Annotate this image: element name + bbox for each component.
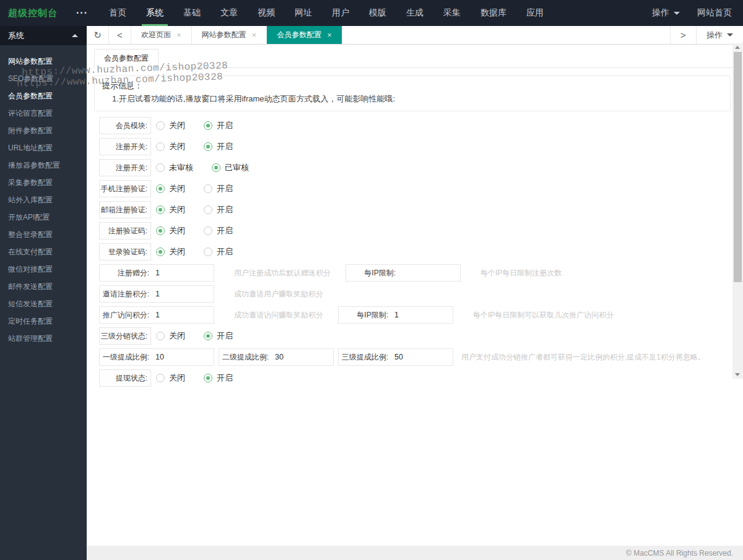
radio-unchecked-icon[interactable] xyxy=(156,163,165,172)
radio-unchecked-icon[interactable] xyxy=(156,142,165,151)
sidebar-item-会员参数配置[interactable]: 会员参数配置 xyxy=(0,87,87,105)
radio-checked-icon[interactable] xyxy=(156,205,165,214)
caret-down-icon xyxy=(674,12,680,15)
tab-会员参数配置[interactable]: 会员参数配置× xyxy=(267,26,342,44)
topnav-item-系统[interactable]: 系统 xyxy=(142,0,168,26)
topbar-action-dropdown[interactable]: 操作 xyxy=(652,7,680,19)
radio-unchecked-icon[interactable] xyxy=(156,332,165,340)
inner-tab-member-config[interactable]: 会员参数配置 xyxy=(94,49,159,68)
sidebar-item-站群管理配置[interactable]: 站群管理配置 xyxy=(0,330,87,347)
topnav-item-采集[interactable]: 采集 xyxy=(439,0,465,26)
radio-option-开启[interactable]: 开启 xyxy=(204,204,233,215)
radio-unchecked-icon[interactable] xyxy=(156,121,165,130)
sidebar-item-邮件发送配置[interactable]: 邮件发送配置 xyxy=(0,278,87,295)
topnav-item-生成[interactable]: 生成 xyxy=(402,0,428,26)
radio-option-未审核[interactable]: 未审核 xyxy=(156,162,193,173)
radio-option-关闭[interactable]: 关闭 xyxy=(156,183,185,194)
radio-checked-icon[interactable] xyxy=(212,163,220,172)
sidebar-item-微信对接配置[interactable]: 微信对接配置 xyxy=(0,261,87,278)
text-input[interactable] xyxy=(149,307,214,323)
text-input[interactable] xyxy=(149,286,214,302)
topnav-item-文章[interactable]: 文章 xyxy=(216,0,242,26)
radio-checked-icon[interactable] xyxy=(204,374,212,382)
radio-checked-icon[interactable] xyxy=(156,184,165,193)
topnav-item-网址[interactable]: 网址 xyxy=(290,0,316,26)
topnav-item-数据库[interactable]: 数据库 xyxy=(476,0,511,26)
content-scrollbar[interactable] xyxy=(732,43,743,379)
close-tab-icon[interactable]: × xyxy=(327,30,332,40)
more-icon[interactable]: ··· xyxy=(76,10,88,16)
radio-unchecked-icon[interactable] xyxy=(204,205,212,214)
radio-checked-icon[interactable] xyxy=(156,248,165,256)
chevron-left-icon: < xyxy=(117,30,123,40)
tab-网站参数配置[interactable]: 网站参数配置× xyxy=(192,26,267,44)
sidebar-group-system[interactable]: 系统 xyxy=(0,26,87,45)
radio-option-关闭[interactable]: 关闭 xyxy=(156,330,185,342)
radio-option-开启[interactable]: 开启 xyxy=(204,141,233,152)
radio-option-已审核[interactable]: 已审核 xyxy=(212,162,249,173)
sidebar-item-定时任务配置[interactable]: 定时任务配置 xyxy=(0,312,87,330)
app-logo[interactable]: 超级控制台 xyxy=(8,7,58,19)
form-row: 邮箱注册验证:关闭开启 xyxy=(99,201,734,218)
field-label: 手机注册验证: xyxy=(99,180,151,197)
sidebar-item-SEO参数配置[interactable]: SEO参数配置 xyxy=(0,70,87,87)
scroll-tabs-left-button[interactable]: < xyxy=(109,26,131,44)
sidebar-item-开放API配置[interactable]: 开放API配置 xyxy=(0,209,87,226)
sidebar-item-短信发送配置[interactable]: 短信发送配置 xyxy=(0,295,87,312)
topnav-item-基础[interactable]: 基础 xyxy=(179,0,205,26)
radio-unchecked-icon[interactable] xyxy=(156,374,165,382)
radio-checked-icon[interactable] xyxy=(204,142,212,151)
radio-option-开启[interactable]: 开启 xyxy=(204,225,233,236)
text-input[interactable] xyxy=(388,349,453,365)
text-input[interactable] xyxy=(149,349,214,365)
radio-unchecked-icon[interactable] xyxy=(204,184,212,193)
radio-option-开启[interactable]: 开启 xyxy=(204,373,233,384)
tab-actions-dropdown[interactable]: 操作 xyxy=(696,26,743,44)
site-home-link[interactable]: 网站首页 xyxy=(697,7,732,19)
radio-checked-icon[interactable] xyxy=(156,226,165,235)
radio-option-关闭[interactable]: 关闭 xyxy=(156,141,185,152)
sidebar-item-播放器参数配置[interactable]: 播放器参数配置 xyxy=(0,157,87,174)
scrollbar-thumb[interactable] xyxy=(734,52,742,282)
radio-option-开启[interactable]: 开启 xyxy=(204,183,233,194)
sidebar-item-网站参数配置[interactable]: 网站参数配置 xyxy=(0,53,87,70)
sidebar-item-在线支付配置[interactable]: 在线支付配置 xyxy=(0,243,87,261)
sidebar-item-附件参数配置[interactable]: 附件参数配置 xyxy=(0,122,87,139)
text-input[interactable] xyxy=(269,349,333,365)
radio-unchecked-icon[interactable] xyxy=(204,226,212,235)
scroll-up-arrow-icon[interactable] xyxy=(735,46,740,49)
radio-option-开启[interactable]: 开启 xyxy=(204,330,233,342)
radio-checked-icon[interactable] xyxy=(204,121,212,130)
radio-option-开启[interactable]: 开启 xyxy=(204,246,233,257)
radio-option-关闭[interactable]: 关闭 xyxy=(156,225,185,236)
scroll-down-arrow-icon[interactable] xyxy=(735,373,740,376)
close-tab-icon[interactable]: × xyxy=(176,30,181,40)
sidebar-item-URL地址配置[interactable]: URL地址配置 xyxy=(0,139,87,157)
text-input[interactable] xyxy=(149,265,214,281)
tab-欢迎页面[interactable]: 欢迎页面× xyxy=(131,26,192,44)
scroll-tabs-right-button[interactable]: > xyxy=(670,26,696,44)
topnav-item-模版[interactable]: 模版 xyxy=(365,0,391,26)
radio-option-关闭[interactable]: 关闭 xyxy=(156,246,185,257)
topnav-item-首页[interactable]: 首页 xyxy=(105,0,131,26)
radio-checked-icon[interactable] xyxy=(204,332,212,340)
topnav-item-视频[interactable]: 视频 xyxy=(253,0,279,26)
topnav-item-应用[interactable]: 应用 xyxy=(522,0,548,26)
sidebar-item-评论留言配置[interactable]: 评论留言配置 xyxy=(0,105,87,122)
sidebar-item-整合登录配置[interactable]: 整合登录配置 xyxy=(0,226,87,243)
chevron-right-icon: > xyxy=(680,30,686,40)
tab-label: 欢迎页面 xyxy=(141,30,171,40)
sidebar-item-采集参数配置[interactable]: 采集参数配置 xyxy=(0,174,87,191)
text-input[interactable] xyxy=(396,265,460,281)
radio-option-label: 关闭 xyxy=(169,204,185,215)
text-input[interactable] xyxy=(388,307,453,323)
topnav-item-用户[interactable]: 用户 xyxy=(328,0,354,26)
radio-unchecked-icon[interactable] xyxy=(204,248,212,256)
radio-option-关闭[interactable]: 关闭 xyxy=(156,204,185,215)
radio-option-开启[interactable]: 开启 xyxy=(204,120,233,131)
sidebar-item-站外入库配置[interactable]: 站外入库配置 xyxy=(0,191,87,209)
radio-option-关闭[interactable]: 关闭 xyxy=(156,373,185,384)
radio-option-关闭[interactable]: 关闭 xyxy=(156,120,185,131)
refresh-tab-button[interactable]: ↻ xyxy=(87,26,109,44)
close-tab-icon[interactable]: × xyxy=(252,30,257,40)
